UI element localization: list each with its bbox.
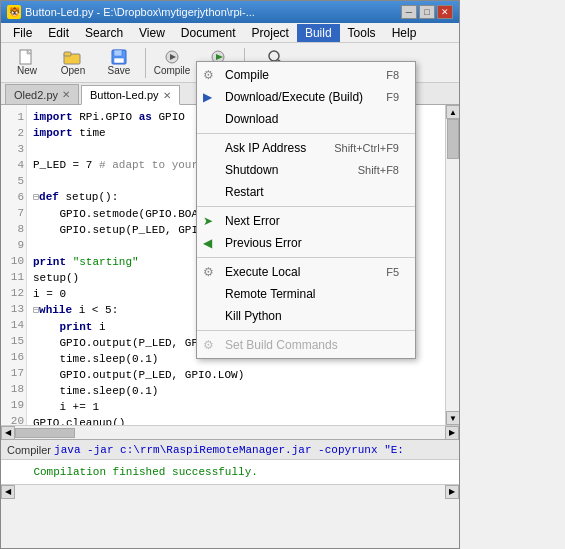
menu-download[interactable]: Download [197, 108, 415, 130]
code-line-17: GPIO.output(P_LED, GPIO.LOW) [33, 367, 439, 383]
tab-button-led-close[interactable]: ✕ [163, 90, 171, 101]
menu-compile[interactable]: ⚙ Compile F8 [197, 64, 415, 86]
title-bar: 🐯 Button-Led.py - E:\Dropbox\mytigerjyth… [1, 1, 459, 23]
svg-rect-3 [64, 52, 71, 56]
menu-prev-error[interactable]: ◀ Previous Error [197, 232, 415, 254]
toolbar-sep-1 [145, 48, 146, 78]
svg-rect-5 [114, 50, 122, 56]
compiler-scrollbar[interactable]: ◀ ▶ [1, 484, 459, 498]
compiler-panel: Compiler java -jar c:\rrm\RaspiRemoteMan… [1, 439, 459, 498]
compile-label: Compile [154, 65, 191, 76]
tab-oled2[interactable]: Oled2.py ✕ [5, 84, 79, 104]
kill-python-label: Kill Python [225, 309, 282, 323]
vertical-scrollbar[interactable]: ▲ ▼ [445, 105, 459, 425]
svg-rect-6 [114, 58, 124, 63]
menu-bar: File Edit Search View Document Project B… [1, 23, 459, 43]
menu-document[interactable]: Document [173, 24, 244, 42]
download-label: Download [225, 112, 278, 126]
download-execute-shortcut: F9 [386, 91, 399, 103]
scroll-down-arrow[interactable]: ▼ [446, 411, 459, 425]
compile-button[interactable]: Compile [150, 46, 194, 80]
compile-menu-label: Compile [225, 68, 269, 82]
execute-local-icon: ⚙ [203, 265, 214, 279]
compiler-scroll-track [15, 486, 445, 498]
menu-tools[interactable]: Tools [340, 24, 384, 42]
compile-menu-icon: ⚙ [203, 68, 214, 82]
code-line-19: i += 1 [33, 399, 439, 415]
compiler-result: Compilation finished successfully. [7, 464, 453, 480]
scroll-right-arrow[interactable]: ▶ [445, 426, 459, 440]
app-icon: 🐯 [7, 5, 21, 19]
main-window: 🐯 Button-Led.py - E:\Dropbox\mytigerjyth… [0, 0, 460, 549]
remote-terminal-label: Remote Terminal [225, 287, 315, 301]
scroll-thumb-h[interactable] [15, 428, 75, 438]
menu-build[interactable]: Build [297, 24, 340, 42]
scroll-track-h [15, 427, 445, 439]
scroll-thumb[interactable] [447, 119, 459, 159]
compiler-scroll-right[interactable]: ▶ [445, 485, 459, 499]
prev-error-label: Previous Error [225, 236, 302, 250]
open-icon [63, 49, 83, 65]
next-error-icon: ➤ [203, 214, 213, 228]
menu-download-execute[interactable]: ▶ Download/Execute (Build) F9 [197, 86, 415, 108]
menu-restart[interactable]: Restart [197, 181, 415, 203]
tab-button-led-label: Button-Led.py [90, 89, 159, 101]
download-execute-icon: ▶ [203, 90, 212, 104]
line-numbers: 12345 678910 1112131415 161718192021 [1, 105, 27, 425]
compiler-success-text: Compilation finished successfully. [33, 466, 257, 478]
compiler-command: java -jar c:\rrm\RaspiRemoteManager.jar … [54, 444, 404, 456]
tab-oled2-close[interactable]: ✕ [62, 89, 70, 100]
menu-set-build: ⚙ Set Build Commands [197, 334, 415, 356]
compiler-content: Compilation finished successfully. [1, 460, 459, 484]
code-line-20: GPIO.cleanup() [33, 415, 439, 425]
scroll-track [446, 119, 459, 411]
menu-kill-python[interactable]: Kill Python [197, 305, 415, 327]
close-button[interactable]: ✕ [437, 5, 453, 19]
horizontal-scrollbar[interactable]: ◀ ▶ [1, 425, 459, 439]
window-controls: ─ □ ✕ [401, 5, 453, 19]
menu-remote-terminal[interactable]: Remote Terminal [197, 283, 415, 305]
menu-search[interactable]: Search [77, 24, 131, 42]
restart-label: Restart [225, 185, 264, 199]
new-icon [17, 49, 37, 65]
ask-ip-label: Ask IP Address [225, 141, 306, 155]
menu-edit[interactable]: Edit [40, 24, 77, 42]
window-title: Button-Led.py - E:\Dropbox\mytigerjython… [25, 6, 255, 18]
maximize-button[interactable]: □ [419, 5, 435, 19]
compiler-label: Compiler [7, 444, 51, 456]
open-button[interactable]: Open [51, 46, 95, 80]
menu-help[interactable]: Help [384, 24, 425, 42]
minimize-button[interactable]: ─ [401, 5, 417, 19]
menu-execute-local[interactable]: ⚙ Execute Local F5 [197, 261, 415, 283]
execute-local-shortcut: F5 [386, 266, 399, 278]
compiler-scroll-left[interactable]: ◀ [1, 485, 15, 499]
svg-point-11 [269, 51, 279, 61]
compile-shortcut: F8 [386, 69, 399, 81]
code-line-18: time.sleep(0.1) [33, 383, 439, 399]
next-error-label: Next Error [225, 214, 280, 228]
open-label: Open [61, 65, 85, 76]
shutdown-label: Shutdown [225, 163, 278, 177]
tab-oled2-label: Oled2.py [14, 89, 58, 101]
menu-shutdown[interactable]: Shutdown Shift+F8 [197, 159, 415, 181]
title-bar-left: 🐯 Button-Led.py - E:\Dropbox\mytigerjyth… [7, 5, 255, 19]
scroll-left-arrow[interactable]: ◀ [1, 426, 15, 440]
menu-project[interactable]: Project [244, 24, 297, 42]
save-button[interactable]: Save [97, 46, 141, 80]
execute-local-label: Execute Local [225, 265, 300, 279]
new-label: New [17, 65, 37, 76]
ask-ip-shortcut: Shift+Ctrl+F9 [334, 142, 399, 154]
tab-button-led[interactable]: Button-Led.py ✕ [81, 85, 180, 105]
download-execute-label: Download/Execute (Build) [225, 90, 363, 104]
build-dropdown-menu: ⚙ Compile F8 ▶ Download/Execute (Build) … [196, 61, 416, 359]
menu-file[interactable]: File [5, 24, 40, 42]
scroll-up-arrow[interactable]: ▲ [446, 105, 459, 119]
save-icon [109, 49, 129, 65]
shutdown-shortcut: Shift+F8 [358, 164, 399, 176]
menu-sep-2 [197, 206, 415, 207]
menu-next-error[interactable]: ➤ Next Error [197, 210, 415, 232]
prev-error-icon: ◀ [203, 236, 212, 250]
menu-ask-ip[interactable]: Ask IP Address Shift+Ctrl+F9 [197, 137, 415, 159]
new-button[interactable]: New [5, 46, 49, 80]
menu-view[interactable]: View [131, 24, 173, 42]
